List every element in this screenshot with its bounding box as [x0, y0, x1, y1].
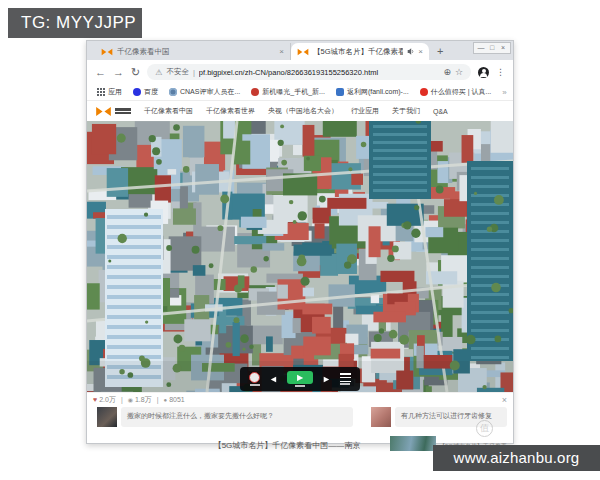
tab-close-icon[interactable]: ×: [418, 47, 423, 56]
reload-button[interactable]: ↻: [131, 67, 140, 78]
bigpixel-logo-icon: [95, 106, 112, 117]
bookmark-apps[interactable]: 应用: [97, 87, 122, 97]
viewer-label-bar: [340, 383, 350, 385]
bookmark-baidu[interactable]: 百度: [133, 87, 158, 97]
nav-item-about[interactable]: 关于我们: [392, 106, 420, 116]
chrome-menu-icon[interactable]: ⋮: [496, 67, 505, 77]
logo-wordmark: [115, 108, 131, 114]
playlist-button[interactable]: [340, 373, 351, 385]
url-text[interactable]: pf.bigpixel.cn/zh-CN/pano/82663619315525…: [199, 68, 440, 77]
bookmarks-overflow-icon[interactable]: »: [502, 88, 506, 97]
screenshot-stage: TG: MYYJJPP 千亿像素看中国 × 【5G城市名片】千亿像素看 × + …: [0, 0, 600, 480]
browser-window: 千亿像素看中国 × 【5G城市名片】千亿像素看 × + — □ × ← → ↻ …: [86, 40, 514, 444]
bookmark-phone-news[interactable]: 新机曝光_手机_新...: [251, 87, 325, 97]
bigpixel-favicon-icon: [101, 48, 113, 56]
tab-close-icon[interactable]: ×: [279, 47, 284, 56]
tab-label: 千亿像素看中国: [117, 47, 275, 57]
address-separator: |: [193, 68, 195, 77]
minimize-button[interactable]: —: [476, 43, 486, 53]
not-secure-icon: ⚠: [155, 68, 162, 77]
zdm-watermark-icon: 值: [476, 420, 493, 437]
stat-separator: |: [121, 396, 123, 403]
engagement-stats: ♥ 2.0万 | ◉ 1.8万 | ● 8051 ×: [87, 392, 513, 406]
bookmark-fanli[interactable]: 返利网(fanli.com)-...: [336, 87, 409, 97]
fanli-favicon-icon: [336, 88, 344, 96]
site-nav: 千亿像素看中国 千亿像素看世界 央视（中国地名大会） 行业应用 关于我们 Q&A: [87, 101, 513, 121]
viewer-label-bar: [295, 385, 305, 387]
avatar: [97, 407, 117, 427]
avatar: [371, 407, 391, 427]
smzdm-favicon-icon: [420, 88, 428, 96]
address-bar[interactable]: ⚠ 不安全 | pf.bigpixel.cn/zh-CN/pano/826636…: [147, 64, 471, 80]
baidu-favicon-icon: [133, 88, 141, 96]
tg-contact-label: TG: MYYJJPP: [8, 8, 142, 38]
nav-item-industry[interactable]: 行业应用: [351, 106, 379, 116]
tab-5g-city-card[interactable]: 【5G城市名片】千亿像素看 ×: [291, 43, 429, 60]
comment-value: 8051: [169, 396, 185, 403]
close-window-button[interactable]: ×: [498, 43, 508, 53]
bookmark-label: 应用: [108, 87, 122, 97]
bookmark-label: 什么值得买 | 认真...: [431, 87, 492, 97]
not-secure-label: 不安全: [166, 67, 189, 77]
heart-icon: ♥: [93, 396, 97, 403]
eye-icon: ◉: [128, 396, 133, 403]
bookmarks-bar: 应用 百度 CNAS评审人员在... 新机曝光_手机_新... 返利网(fanl…: [87, 84, 513, 101]
bookmark-label: 新机曝光_手机_新...: [262, 87, 325, 97]
watermark-bar: www.aizhanbu.org: [433, 445, 600, 471]
apps-grid-icon: [97, 88, 105, 96]
comment-count[interactable]: ● 8051: [164, 396, 185, 403]
tab-strip: 千亿像素看中国 × 【5G城市名片】千亿像素看 × + — □ ×: [87, 41, 513, 60]
profile-avatar-icon[interactable]: [478, 67, 489, 78]
view-value: 1.8万: [135, 395, 152, 405]
globe-favicon-icon: [169, 88, 177, 96]
maximize-button[interactable]: □: [487, 43, 497, 53]
window-controls: — □ ×: [473, 42, 511, 54]
nav-item-qa[interactable]: Q&A: [433, 108, 448, 115]
nav-item-cctv[interactable]: 央视（中国地名大会）: [268, 106, 338, 116]
like-count[interactable]: ♥ 2.0万: [93, 395, 116, 405]
globe-icon: [249, 372, 260, 383]
stat-separator: |: [157, 396, 159, 403]
comment-text: 搬家的时候都注意什么，搬家要先搬什么好呢？: [121, 407, 353, 427]
viewer-control-bar: ◄ ▶ ►: [240, 367, 360, 391]
aerial-city-photo: [87, 121, 513, 392]
tab-audio-icon[interactable]: [407, 48, 414, 55]
comment-icon: ●: [164, 397, 168, 403]
bookmark-label: 百度: [144, 87, 158, 97]
bookmark-cnas[interactable]: CNAS评审人员在...: [169, 87, 240, 97]
tab-label: 【5G城市名片】千亿像素看: [313, 47, 403, 57]
forward-button[interactable]: →: [113, 67, 124, 78]
bookmark-star-icon[interactable]: ☆: [455, 67, 463, 77]
close-panel-icon[interactable]: ×: [502, 395, 507, 405]
map-view-button[interactable]: [249, 372, 260, 386]
view-count: ◉ 1.8万: [128, 395, 152, 405]
play-button[interactable]: ▶: [287, 371, 313, 384]
news-favicon-icon: [251, 88, 259, 96]
new-tab-button[interactable]: +: [437, 43, 443, 60]
like-value: 2.0万: [99, 395, 116, 405]
panorama-viewport[interactable]: ◄ ▶ ►: [87, 121, 513, 392]
tab-bigpixel-china[interactable]: 千亿像素看中国 ×: [95, 43, 291, 60]
browser-toolbar: ← → ↻ ⚠ 不安全 | pf.bigpixel.cn/zh-CN/pano/…: [87, 60, 513, 84]
comments-row: 搬家的时候都注意什么，搬家要先搬什么好呢？ 有几种方法可以进行牙齿修复: [87, 406, 513, 434]
bookmark-label: 返利网(fanli.com)-...: [347, 87, 409, 97]
viewer-label-bar: [250, 384, 260, 386]
bigpixel-favicon-icon: [297, 48, 309, 56]
zoom-icon[interactable]: ⊕: [443, 67, 451, 77]
bookmark-label: CNAS评审人员在...: [180, 87, 240, 97]
list-icon: [340, 373, 351, 382]
bigpixel-logo[interactable]: [95, 106, 131, 117]
play-control[interactable]: ▶: [287, 371, 313, 387]
prev-button[interactable]: ◄: [269, 375, 278, 384]
next-button[interactable]: ►: [322, 375, 331, 384]
back-button[interactable]: ←: [95, 67, 106, 78]
bookmark-smzdm[interactable]: 什么值得买 | 认真...: [420, 87, 492, 97]
related-thumbnail[interactable]: [390, 436, 436, 451]
nav-item-china[interactable]: 千亿像素看中国: [144, 106, 193, 116]
comment-item[interactable]: 搬家的时候都注意什么，搬家要先搬什么好呢？: [97, 407, 353, 427]
nav-item-world[interactable]: 千亿像素看世界: [206, 106, 255, 116]
